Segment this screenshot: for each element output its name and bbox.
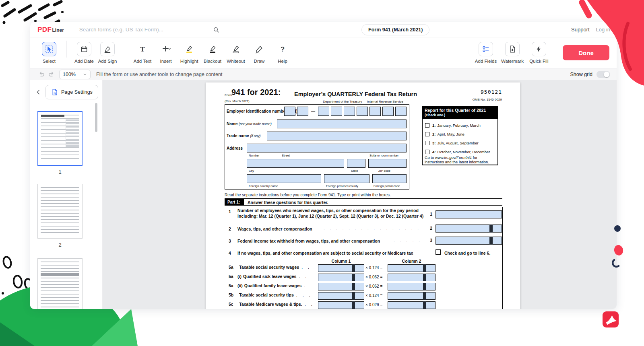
quarter-option-1: 1: January, February, March <box>425 122 481 128</box>
undo-button[interactable] <box>37 70 46 79</box>
line1-text-a: Number of employees who received wages, … <box>237 208 419 213</box>
ein-digit-box[interactable] <box>331 107 342 116</box>
row-5c-col2-field[interactable] <box>388 301 436 309</box>
done-button[interactable]: Done <box>563 45 609 60</box>
collapse-sidebar-button[interactable] <box>34 88 42 98</box>
page-thumbnail-2[interactable] <box>37 184 83 239</box>
quarter-4-checkbox[interactable] <box>425 150 429 154</box>
search-form <box>79 22 224 37</box>
foreign-province-field[interactable] <box>324 174 369 183</box>
address-street-field[interactable] <box>247 144 407 152</box>
search-input[interactable] <box>79 27 213 33</box>
page-thumbnail-1[interactable] <box>37 111 83 166</box>
tool-select[interactable]: Select <box>37 42 61 64</box>
tool-insert[interactable]: Insert <box>154 42 178 64</box>
row-5a-i-col1-field[interactable] <box>318 274 364 281</box>
ein-boxes[interactable]: — <box>284 107 407 116</box>
zoom-value: 100% <box>63 72 76 77</box>
cents-separator <box>352 301 355 309</box>
row-5a-ii-col2-field[interactable] <box>388 283 436 290</box>
chevron-down-icon <box>83 72 87 76</box>
quarter-box: Report for this Quarter of 2021 (Check o… <box>422 106 498 165</box>
show-grid-toggle[interactable] <box>597 71 610 78</box>
row-5a-i-col2-field[interactable] <box>388 274 436 281</box>
ein-digit-box[interactable] <box>297 107 308 116</box>
cents-separator <box>423 274 426 281</box>
line4-checkbox[interactable] <box>436 249 441 255</box>
quarter-2-checkbox[interactable] <box>425 132 429 136</box>
row-5b-col2-field[interactable] <box>388 292 436 300</box>
search-icon[interactable] <box>213 26 220 33</box>
page-settings-button[interactable]: Page Settings <box>45 85 98 99</box>
tool-highlight[interactable]: Highlight <box>178 42 201 64</box>
part1-title: Answer these questions for this quarter. <box>248 199 328 205</box>
trade-name-field[interactable] <box>267 132 407 140</box>
row-5b-col1-field[interactable] <box>318 292 364 300</box>
tool-quick-fill[interactable]: Quick Fill <box>526 42 552 64</box>
ein-digit-box[interactable] <box>284 107 295 116</box>
row-multiplier: × 0.062 = <box>365 284 382 288</box>
zoom-select[interactable]: 100% <box>59 70 91 79</box>
lightning-bolt-icon <box>532 42 546 56</box>
row-number: 5a <box>229 265 237 270</box>
line2-wages-field[interactable] <box>436 224 502 233</box>
line1-employees-field[interactable] <box>436 210 502 218</box>
quarter-3-checkbox[interactable] <box>425 141 429 145</box>
ein-digit-box[interactable] <box>369 107 381 116</box>
tool-watermark[interactable]: Watermark <box>499 42 526 64</box>
line3-withheld-field[interactable] <box>436 237 502 245</box>
row-5a-ii-col1-field[interactable] <box>318 283 364 290</box>
foreign-country-field[interactable] <box>247 174 321 183</box>
thumbnail-preview <box>41 115 79 162</box>
foreign-postal-field[interactable] <box>372 174 407 183</box>
row-5c-col1-field[interactable] <box>318 301 364 309</box>
option-label: April, May, June <box>437 132 464 136</box>
row-subnumber: (i) <box>237 274 242 279</box>
line2-text: Wages, tips, and other compensation <box>237 227 312 231</box>
pdfliner-logo[interactable]: PDF Liner <box>30 26 64 34</box>
page-thumbnail-3[interactable] <box>37 258 83 309</box>
quarter-option-4: 4: October, November, December <box>425 149 490 154</box>
part1-header: Part 1: Answer these questions for this … <box>225 198 502 206</box>
ein-digit-box[interactable] <box>382 107 394 116</box>
ein-digit-box[interactable] <box>344 107 355 116</box>
form-title: Employer’s QUARTERLY Federal Tax Return <box>294 91 417 97</box>
tool-draw[interactable]: Draw <box>248 42 271 64</box>
login-link[interactable]: Log in <box>596 27 610 33</box>
city-field[interactable] <box>247 159 344 168</box>
quarter-option-2: 2: April, May, June <box>425 131 464 137</box>
zip-field[interactable] <box>368 159 407 168</box>
tool-add-fields[interactable]: Add Fields <box>473 42 499 64</box>
row-dot-leader: . . <box>305 302 314 307</box>
row-number: 5c <box>229 302 237 307</box>
ein-digit-box[interactable] <box>318 107 329 116</box>
fields-list-icon <box>479 42 493 56</box>
name-field[interactable] <box>277 119 407 128</box>
tool-add-date[interactable]: Add Date <box>72 42 96 64</box>
quarter-1-checkbox[interactable] <box>425 123 429 128</box>
tool-add-sign[interactable]: Add Sign <box>96 42 119 64</box>
support-link[interactable]: Support <box>571 27 590 33</box>
app-window: PDF Liner Form 941 (March 2021) Support … <box>30 22 617 309</box>
pages-sidebar: Page Settings 1 2 3 <box>30 80 103 309</box>
ein-digit-box[interactable] <box>357 107 368 116</box>
tool-help[interactable]: ? Help <box>271 42 294 64</box>
cents-separator <box>423 264 426 272</box>
form-941-page: Form 941 for 2021: Employer’s QUARTERLY … <box>206 82 520 309</box>
cents-separator <box>423 292 426 300</box>
line2-number: 2 <box>229 227 231 231</box>
row-5a-col1-field[interactable] <box>318 264 364 272</box>
sidebar-scrollbar[interactable] <box>95 103 97 132</box>
redo-button[interactable] <box>46 70 56 79</box>
tool-label: Add Fields <box>475 59 497 64</box>
tool-add-text[interactable]: T Add Text <box>131 42 154 64</box>
tool-whiteout[interactable]: Whiteout <box>224 42 248 64</box>
row-5a-col2-field[interactable] <box>388 264 436 272</box>
quarter-option-3: 3: July, August, September <box>425 140 479 146</box>
row-number: 5a <box>229 283 237 288</box>
column1-header: Column 1 <box>318 259 364 264</box>
quarter-title: Report for this Quarter of 2021 <box>425 108 495 113</box>
tool-blackout[interactable]: Blackout <box>201 42 224 64</box>
ein-digit-box[interactable] <box>395 107 407 116</box>
state-field[interactable] <box>347 159 365 168</box>
